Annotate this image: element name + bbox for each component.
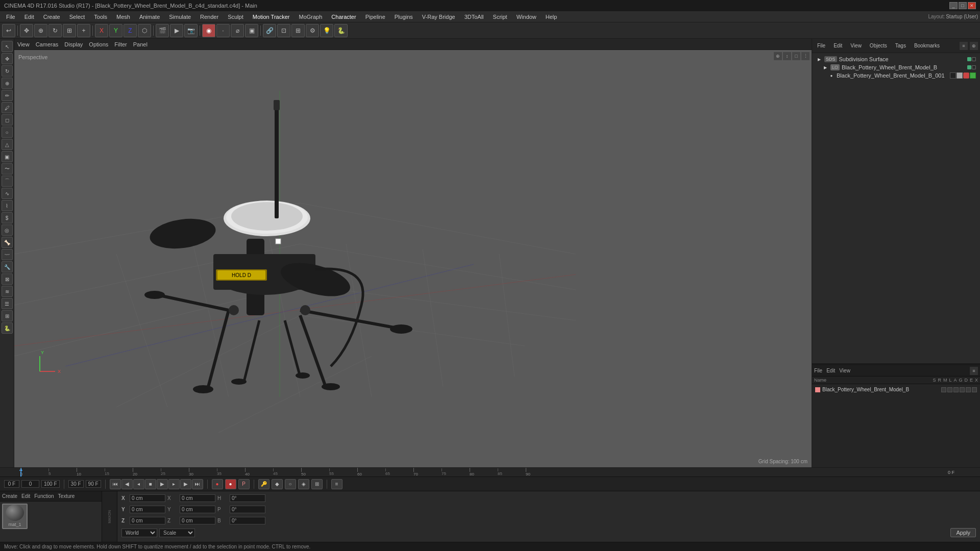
sidebar-nurbs[interactable]: ∿: [2, 188, 13, 199]
axis-tool[interactable]: +: [77, 24, 90, 37]
brp-file[interactable]: File: [814, 368, 822, 373]
settings-button[interactable]: ⚙: [306, 24, 319, 37]
z-pos-input[interactable]: [130, 517, 165, 524]
x2-input[interactable]: [180, 494, 215, 502]
brp-ctrl-2[interactable]: [947, 387, 952, 392]
b-input[interactable]: [230, 517, 265, 524]
menu-pipeline[interactable]: Pipeline: [361, 13, 389, 21]
menu-plugins[interactable]: Plugins: [390, 13, 417, 21]
vp-menu-panel[interactable]: Panel: [133, 41, 148, 47]
keyframe-btn-5[interactable]: ⊞: [311, 479, 323, 489]
sidebar-material[interactable]: $: [2, 212, 13, 223]
sidebar-select[interactable]: ↖: [2, 41, 13, 52]
menu-help[interactable]: Help: [542, 13, 561, 21]
go-end-button[interactable]: ⏭: [192, 479, 203, 489]
vp-menu-cameras[interactable]: Cameras: [36, 41, 59, 47]
apply-button[interactable]: Apply: [950, 528, 976, 537]
y2-input[interactable]: [180, 506, 215, 513]
p-input[interactable]: [230, 506, 265, 513]
viewport-icon-dots[interactable]: ⋮: [801, 52, 810, 60]
sidebar-layers[interactable]: ☰: [2, 298, 13, 309]
brp-row-1[interactable]: Black_Pottery_Wheel_Brent_Model_B: [814, 386, 978, 393]
rp-objects[interactable]: Objects: [867, 42, 890, 49]
tree-dot-model-visible[interactable]: [967, 65, 971, 69]
brp-icon[interactable]: ≡: [970, 367, 978, 375]
minimize-button[interactable]: _: [949, 2, 958, 9]
axis-y[interactable]: Y: [109, 24, 122, 37]
menu-sculpt[interactable]: Sculpt: [224, 13, 248, 21]
frame-start-display[interactable]: 0 F: [4, 480, 19, 488]
sidebar-bezier[interactable]: ⌒: [2, 176, 13, 187]
sidebar-draw[interactable]: 🖊: [2, 102, 13, 113]
tree-material-dot[interactable]: [957, 72, 963, 79]
sidebar-texture[interactable]: ◎: [2, 224, 13, 236]
menu-window[interactable]: Window: [512, 13, 541, 21]
x-pos-input[interactable]: [130, 494, 165, 502]
brp-edit[interactable]: Edit: [826, 368, 835, 373]
polygon-mode[interactable]: ▣: [245, 24, 258, 37]
tree-tag-dot-2[interactable]: [970, 72, 976, 79]
h-input[interactable]: [230, 494, 265, 502]
menu-script[interactable]: Script: [489, 13, 511, 21]
close-button[interactable]: ✕: [968, 2, 976, 9]
light-button[interactable]: 💡: [320, 24, 333, 37]
mat-create[interactable]: Create: [2, 493, 17, 499]
go-start-button[interactable]: ⏮: [110, 479, 121, 489]
axis-x[interactable]: X: [95, 24, 108, 37]
sidebar-cube[interactable]: ▣: [2, 151, 13, 162]
material-swatch-1[interactable]: mat_1: [2, 504, 28, 529]
render-picture[interactable]: 📷: [184, 24, 198, 37]
prev-key-button[interactable]: ◂: [133, 479, 144, 489]
play-button[interactable]: ▶: [157, 479, 168, 489]
tree-item-model[interactable]: ▶ LO Black_Pottery_Wheel_Brent_Model_B: [814, 63, 978, 71]
tree-dot-model-render[interactable]: [972, 65, 976, 69]
rotate-tool[interactable]: ↻: [48, 24, 62, 37]
menu-render[interactable]: Render: [196, 13, 223, 21]
stop-button[interactable]: ■: [145, 479, 156, 489]
menu-create[interactable]: Create: [39, 13, 64, 21]
y-pos-input[interactable]: [130, 506, 165, 513]
sidebar-box[interactable]: ◻: [2, 114, 13, 126]
sidebar-sphere[interactable]: ○: [2, 127, 13, 138]
sidebar-grid[interactable]: ⊞: [2, 310, 13, 321]
viewport[interactable]: HOLD D: [14, 50, 812, 467]
scale-tool[interactable]: ⊕: [34, 24, 47, 37]
sidebar-python[interactable]: 🐍: [2, 322, 13, 334]
menu-vray[interactable]: V-Ray Bridge: [418, 13, 459, 21]
tree-color-swatch[interactable]: [950, 72, 956, 79]
keyframe-btn-1[interactable]: 🔑: [258, 479, 270, 489]
record-button[interactable]: ●: [212, 479, 223, 489]
brp-ctrl-1[interactable]: [941, 387, 946, 392]
timeline-ruler[interactable]: 0 5 10 15 20 25 30 35: [0, 467, 980, 477]
timeline-btn[interactable]: ≡: [331, 479, 342, 489]
total-frames-display[interactable]: 90 F: [86, 480, 101, 488]
menu-select[interactable]: Select: [65, 13, 89, 21]
tree-item-model-001[interactable]: ● Black_Pottery_Wheel_Brent_Model_B_001: [814, 71, 978, 80]
point-mode[interactable]: ·: [216, 24, 230, 37]
menu-simulate[interactable]: Simulate: [165, 13, 195, 21]
menu-motion-tracker[interactable]: Motion Tracker: [249, 13, 294, 21]
keyframe-btn-2[interactable]: ◆: [272, 479, 283, 489]
coord-space-dropdown[interactable]: World Object: [121, 529, 157, 537]
next-key-button[interactable]: ▸: [168, 479, 180, 489]
brp-ctrl-6[interactable]: [972, 387, 977, 392]
sidebar-snap2[interactable]: ⊠: [2, 273, 13, 285]
menu-mesh[interactable]: Mesh: [112, 13, 134, 21]
move-tool[interactable]: ✥: [20, 24, 33, 37]
brp-ctrl-4[interactable]: [960, 387, 965, 392]
sidebar-extra[interactable]: ≋: [2, 286, 13, 297]
menu-file[interactable]: File: [2, 13, 19, 21]
layout-value[interactable]: Startup (User): [946, 14, 978, 19]
brp-view[interactable]: View: [839, 368, 850, 373]
sidebar-cone[interactable]: △: [2, 139, 13, 150]
vp-menu-filter[interactable]: Filter: [114, 41, 127, 47]
record-auto[interactable]: ●: [225, 479, 236, 489]
axis-z[interactable]: Z: [124, 24, 137, 37]
menu-mograph[interactable]: MoGraph: [295, 13, 326, 21]
coord-mode-dropdown[interactable]: Scale Size: [159, 529, 195, 537]
transform-tool[interactable]: ⊞: [63, 24, 76, 37]
python-button[interactable]: 🐍: [334, 24, 348, 37]
sidebar-rig[interactable]: 🦴: [2, 237, 13, 248]
render-region[interactable]: 🎬: [156, 24, 169, 37]
guide-button[interactable]: ⊡: [277, 24, 290, 37]
